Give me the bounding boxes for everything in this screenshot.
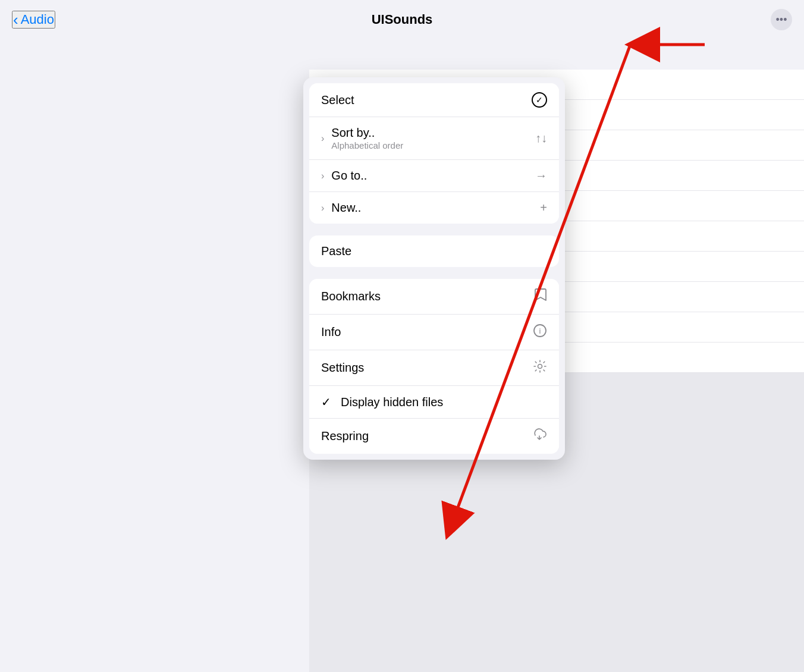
checkmark-icon: ✓ [321, 395, 331, 409]
dropdown-menu: Select ✓ › Sort by.. Alphabetical order … [303, 77, 565, 460]
menu-section-1: Select ✓ › Sort by.. Alphabetical order … [309, 83, 559, 224]
menu-item-label: New.. [331, 201, 361, 215]
cloud-download-icon [532, 428, 547, 445]
more-button[interactable]: ••• [771, 9, 792, 30]
menu-item-goto-left: › Go to.. [321, 169, 367, 183]
menu-item-respring[interactable]: Respring [309, 419, 559, 454]
menu-item-display-hidden[interactable]: ✓ Display hidden files [309, 386, 559, 419]
page-title: UISounds [372, 12, 433, 27]
bookmark-icon [534, 288, 547, 305]
menu-item-sort[interactable]: › Sort by.. Alphabetical order ↑↓ [309, 117, 559, 160]
checkmark-circle-icon: ✓ [532, 92, 547, 108]
menu-item-paste[interactable]: Paste [309, 235, 559, 267]
chevron-right-icon: › [321, 203, 324, 213]
menu-item-label: Select [321, 93, 354, 107]
checkmark-icon: ✓ [536, 95, 543, 105]
menu-item-label: Bookmarks [321, 290, 381, 303]
menu-item-info[interactable]: Info i [309, 315, 559, 350]
menu-item-label: Paste [321, 244, 351, 258]
menu-sections: Select ✓ › Sort by.. Alphabetical order … [303, 77, 565, 460]
menu-item-label: Respring [321, 429, 369, 443]
menu-item-new-left: › New.. [321, 201, 361, 215]
back-button[interactable]: ‹ Audio [12, 11, 55, 29]
menu-item-sort-left: › Sort by.. Alphabetical order [321, 126, 403, 150]
menu-item-settings[interactable]: Settings [309, 350, 559, 386]
back-label: Audio [21, 12, 54, 27]
menu-item-select[interactable]: Select ✓ [309, 83, 559, 117]
svg-point-72 [538, 365, 542, 369]
arrow-right-icon: → [535, 169, 547, 183]
more-icon: ••• [776, 14, 787, 26]
menu-section-2: Paste [309, 235, 559, 267]
back-chevron-icon: ‹ [13, 12, 18, 27]
menu-item-bookmarks[interactable]: Bookmarks [309, 279, 559, 315]
menu-item-display-hidden-left: ✓ Display hidden files [321, 395, 443, 409]
svg-text:i: i [539, 326, 541, 335]
sort-icon: ↑↓ [535, 131, 547, 145]
menu-item-label: Info [321, 325, 341, 339]
plus-icon: + [540, 201, 547, 215]
chevron-right-icon: › [321, 133, 324, 144]
menu-item-label: Display hidden files [341, 395, 443, 409]
menu-item-label: Go to.. [331, 169, 367, 183]
gear-icon [533, 359, 547, 376]
info-icon: i [533, 324, 547, 341]
menu-item-sublabel: Alphabetical order [331, 140, 403, 150]
menu-item-label: Settings [321, 361, 364, 375]
menu-item-label: Sort by.. [331, 126, 403, 140]
header: ‹ Audio UISounds ••• [0, 0, 804, 34]
menu-section-3: Bookmarks Info i Setting [309, 279, 559, 454]
chevron-right-icon: › [321, 171, 324, 181]
main-panel [0, 0, 309, 672]
menu-item-new[interactable]: › New.. + [309, 192, 559, 224]
menu-item-goto[interactable]: › Go to.. → [309, 160, 559, 192]
menu-item-label-group: Sort by.. Alphabetical order [331, 126, 403, 150]
